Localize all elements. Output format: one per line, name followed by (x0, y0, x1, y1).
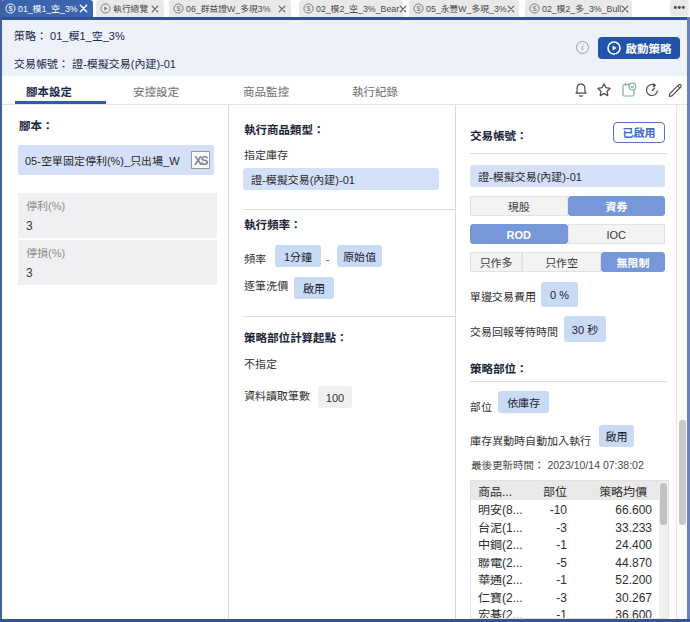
svg-text:$: $ (8, 4, 13, 13)
svg-text:$: $ (176, 4, 181, 13)
svg-text:$: $ (416, 4, 421, 13)
svg-text:$: $ (306, 4, 311, 13)
svg-text:$: $ (532, 4, 537, 13)
